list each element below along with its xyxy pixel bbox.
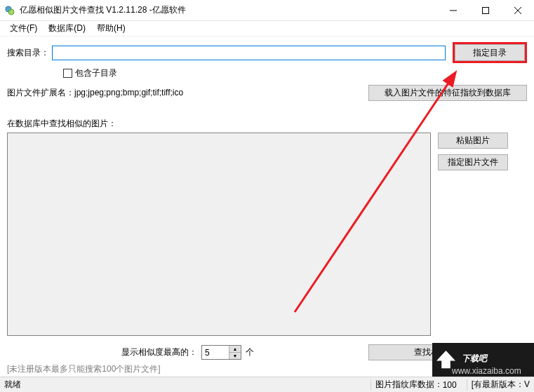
- status-version: [有最新版本：V: [472, 379, 530, 391]
- watermark-text2: www.xiazaiba.com: [451, 366, 521, 376]
- include-subdir-checkbox[interactable]: [63, 69, 72, 78]
- paste-image-button[interactable]: 粘贴图片: [438, 133, 508, 149]
- browse-highlight: 指定目录: [453, 42, 527, 63]
- include-subdir-label: 包含子目录: [75, 67, 117, 79]
- titlebar: 亿愿相似图片文件查找 V1.2.11.28 -亿愿软件: [0, 0, 534, 21]
- menu-file[interactable]: 文件(F): [4, 21, 43, 36]
- svg-rect-3: [483, 8, 489, 14]
- menu-help[interactable]: 帮助(H): [91, 21, 131, 36]
- window-title: 亿愿相似图片文件查找 V1.2.11.28 -亿愿软件: [20, 4, 437, 16]
- similar-section-label: 在数据库中查找相似的图片：: [7, 118, 527, 130]
- unit-label: 个: [246, 346, 254, 358]
- ext-label: 图片文件扩展名：: [7, 88, 74, 97]
- content-area: 搜索目录： 指定目录 包含子目录 图片文件扩展名：jpg;jpeg;png;bm…: [0, 36, 534, 375]
- status-db-count: 100: [443, 380, 457, 390]
- app-icon: [4, 5, 15, 16]
- watermark: 下载吧 www.xiazaiba.com: [432, 343, 534, 379]
- maximize-button[interactable]: [469, 0, 502, 21]
- menubar: 文件(F) 数据库(D) 帮助(H): [0, 21, 534, 36]
- minimize-button[interactable]: [437, 0, 469, 21]
- search-dir-label: 搜索目录：: [7, 47, 49, 59]
- ext-group: 图片文件扩展名：jpg;jpeg;png;bmp;gif;tif;tiff;ic…: [7, 87, 183, 99]
- load-fingerprint-button[interactable]: 载入图片文件的特征指纹到数据库: [368, 85, 527, 101]
- spin-down-icon[interactable]: ▼: [229, 353, 241, 360]
- watermark-text1: 下载吧: [462, 353, 488, 363]
- result-count-input[interactable]: [202, 346, 229, 359]
- specify-image-button[interactable]: 指定图片文件: [438, 154, 508, 170]
- image-preview-area[interactable]: [7, 133, 431, 336]
- show-top-label: 显示相似度最高的：: [121, 346, 197, 358]
- result-count-spinner[interactable]: ▲ ▼: [201, 345, 241, 360]
- svg-point-1: [8, 9, 14, 15]
- search-dir-input[interactable]: [52, 46, 446, 60]
- spin-up-icon[interactable]: ▲: [229, 346, 241, 353]
- close-button[interactable]: [502, 0, 534, 21]
- ext-value: jpg;jpeg;png;bmp;gif;tif;tiff;ico: [74, 88, 183, 97]
- statusbar: 就绪 图片指纹库数据： 100 [有最新版本：V: [0, 377, 534, 392]
- status-db-label: 图片指纹库数据：: [375, 379, 443, 391]
- browse-button[interactable]: 指定目录: [455, 44, 525, 61]
- menu-database[interactable]: 数据库(D): [43, 21, 91, 36]
- status-ready: 就绪: [4, 379, 21, 391]
- window-controls: [437, 0, 534, 20]
